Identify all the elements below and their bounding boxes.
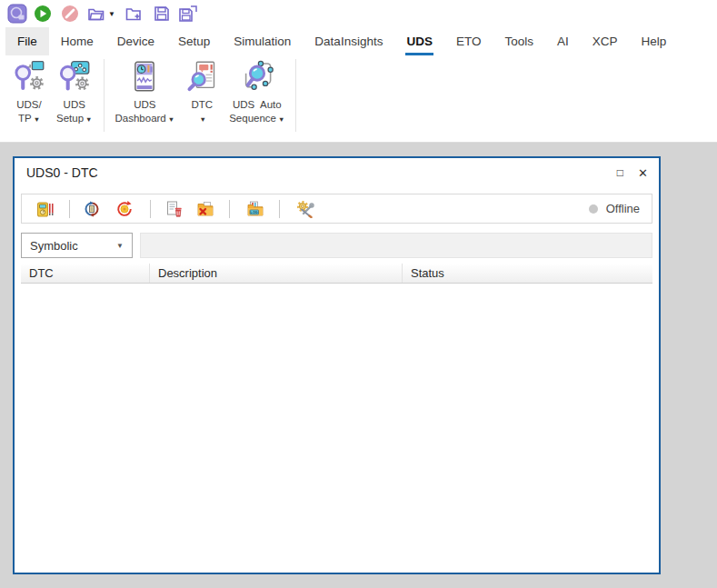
filter-row: Symbolic ▼ <box>21 233 652 258</box>
close-icon[interactable]: ✕ <box>638 167 648 179</box>
window-titlebar[interactable]: UDS0 - DTC □ ✕ <box>15 158 659 187</box>
dropdown-caret-icon: ▼ <box>199 115 205 124</box>
window-title: UDS0 - DTC <box>26 165 98 180</box>
ribbon-button-label: DTC▼ <box>191 98 213 125</box>
dtc-table: DTC Description Status <box>21 264 652 554</box>
tab-device[interactable]: Device <box>105 27 166 55</box>
display-mode-combobox[interactable]: Symbolic ▼ <box>21 233 133 258</box>
column-header-status[interactable]: Status <box>403 264 652 283</box>
ribbon-group-separator <box>104 59 105 132</box>
combobox-value: Symbolic <box>30 239 78 253</box>
tab-xcp[interactable]: XCP <box>581 27 630 55</box>
ribbon-group-separator <box>295 59 296 132</box>
clear-list-icon[interactable] <box>165 200 184 218</box>
start-measurement-icon[interactable] <box>34 5 52 23</box>
quick-access-toolbar: ▼ <box>0 0 717 27</box>
dtc-toolbar: LOG Offline <box>21 194 652 224</box>
ribbon-button-label: UDSDashboard▼ <box>115 98 175 125</box>
svg-text:LOG: LOG <box>251 211 258 214</box>
open-file-icon[interactable] <box>87 5 105 23</box>
toolbar-separator <box>69 200 70 218</box>
uds-tp-icon <box>13 60 45 96</box>
log-icon[interactable]: LOG <box>246 200 264 218</box>
delete-dtc-icon[interactable] <box>196 200 214 218</box>
ribbon-button-uds-auto-sequence[interactable]: UDS AutoSequence▼ <box>224 55 290 125</box>
tab-setup[interactable]: Setup <box>166 27 222 55</box>
app-icon[interactable] <box>7 4 27 24</box>
tab-eto[interactable]: ETO <box>444 27 493 55</box>
uds-dashboard-icon <box>128 60 161 96</box>
table-body-empty <box>21 284 652 554</box>
status-label: Offline <box>606 202 640 215</box>
ribbon-button-uds-setup[interactable]: UDSSetup▼ <box>51 55 98 125</box>
tab-ai[interactable]: AI <box>545 27 581 55</box>
dropdown-caret-icon: ▼ <box>168 115 174 124</box>
table-header: DTC Description Status <box>21 264 652 284</box>
dropdown-caret-icon: ▼ <box>34 115 40 124</box>
toolbar-separator <box>229 200 230 218</box>
auto-read-icon[interactable] <box>115 200 134 218</box>
tab-file[interactable]: File <box>5 27 49 55</box>
uds-dtc-window: UDS0 - DTC □ ✕ <box>13 156 661 574</box>
tab-help[interactable]: Help <box>629 27 678 55</box>
dropdown-caret-icon: ▼ <box>278 115 284 124</box>
diagnostic-multimeter-icon[interactable] <box>36 200 55 218</box>
ribbon-button-label: UDS AutoSequence▼ <box>229 98 284 125</box>
connection-status: Offline <box>589 202 652 215</box>
column-header-description[interactable]: Description <box>150 264 403 283</box>
ribbon-button-uds-tp[interactable]: UDS/TP▼ <box>7 55 51 125</box>
toolbar-separator <box>150 200 151 218</box>
column-header-dtc[interactable]: DTC <box>21 264 150 283</box>
tab-home[interactable]: Home <box>49 27 105 55</box>
status-dot-icon <box>589 204 598 214</box>
dtc-icon <box>185 60 218 96</box>
uds-auto-sequence-icon <box>241 60 274 96</box>
uds-setup-icon <box>58 60 91 96</box>
tab-simulation[interactable]: Simulation <box>222 27 303 55</box>
combobox-caret-icon: ▼ <box>116 242 124 250</box>
application-chrome: ▼ File Home Device Se <box>0 0 717 143</box>
tab-uds[interactable]: UDS <box>394 27 444 55</box>
ribbon-button-label: UDS/TP▼ <box>16 98 41 125</box>
menu-bar: File Home Device Setup Simulation DataIn… <box>0 27 717 55</box>
read-dtc-cyclic-icon[interactable] <box>83 200 101 218</box>
ribbon-uds: UDS/TP▼ UDSSetup▼ <box>0 55 717 142</box>
save-icon[interactable] <box>153 5 171 23</box>
ribbon-button-label: UDSSetup▼ <box>56 98 93 125</box>
dropdown-caret-icon: ▼ <box>85 115 92 124</box>
save-as-icon[interactable] <box>178 5 198 23</box>
ribbon-button-dtc[interactable]: DTC▼ <box>180 55 224 125</box>
toolbar-separator <box>279 200 280 218</box>
settings-icon[interactable] <box>296 200 314 218</box>
stop-measurement-icon[interactable] <box>61 5 79 23</box>
tab-datainsights[interactable]: DataInsights <box>303 27 394 55</box>
open-file-dropdown[interactable]: ▼ <box>108 10 115 18</box>
ribbon-button-uds-dashboard[interactable]: UDSDashboard▼ <box>110 55 181 125</box>
maximize-icon[interactable]: □ <box>617 167 623 178</box>
tab-tools[interactable]: Tools <box>493 27 545 55</box>
new-file-icon[interactable] <box>124 5 143 23</box>
filter-input[interactable] <box>140 233 652 258</box>
